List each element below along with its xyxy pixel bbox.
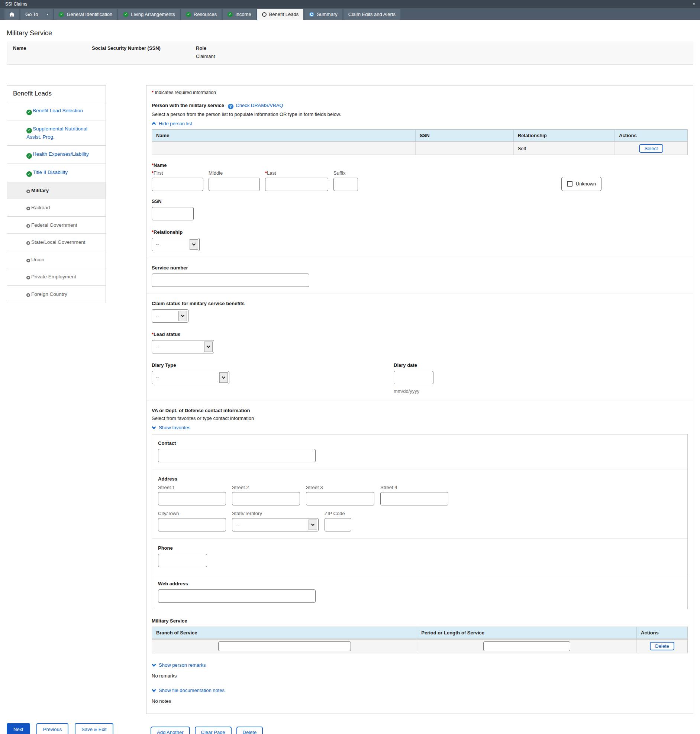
contact-label: Contact: [158, 440, 176, 446]
sidebar-item-supplemental-nutritional[interactable]: ✓Supplemental Nutritional Assist. Prog.: [7, 120, 106, 146]
middle-name-input[interactable]: [209, 178, 260, 191]
tab-resources[interactable]: ✓ Resources: [181, 9, 222, 20]
tab-summary[interactable]: Summary: [304, 9, 343, 20]
street1-input[interactable]: [158, 492, 226, 505]
col-header-actions: Actions: [637, 627, 688, 639]
sidebar-item-benefit-lead-selection[interactable]: ✓Benefit Lead Selection: [7, 102, 106, 120]
lead-status-select[interactable]: --: [151, 340, 214, 354]
window-menu-caret-icon[interactable]: ▾: [693, 2, 695, 6]
city-input[interactable]: [158, 518, 226, 531]
claim-status-label: Claim status for military service benefi…: [151, 301, 245, 306]
person-list-table: Name SSN Relationship Actions Self Selec…: [151, 129, 688, 155]
hide-person-list-toggle[interactable]: Hide person list: [151, 121, 192, 126]
sidebar-item-military[interactable]: Military: [7, 182, 106, 200]
check-drams-vbaq-link[interactable]: Check DRAMS/VBAQ: [236, 103, 283, 108]
ssn-label: SSN: [151, 198, 162, 204]
in-progress-circle-icon: [309, 12, 314, 17]
relationship-label: Relationship: [153, 229, 182, 235]
sidebar-item-federal-government[interactable]: Federal Government: [7, 217, 106, 234]
col-header-relationship: Relationship: [513, 129, 615, 142]
diary-date-input[interactable]: [394, 371, 434, 384]
open-circle-icon: [26, 207, 30, 210]
sidebar-item-health-expenses[interactable]: ✓Health Expenses/Liability: [7, 146, 106, 164]
service-number-input[interactable]: [151, 273, 309, 287]
previous-button[interactable]: Previous: [37, 723, 69, 734]
phone-input[interactable]: [158, 554, 207, 567]
help-icon[interactable]: ?: [228, 104, 234, 109]
save-exit-button[interactable]: Save & Exit: [75, 723, 113, 734]
city-label: City/Town: [158, 511, 226, 516]
benefit-leads-sidebar: Benefit Leads ✓Benefit Lead Selection ✓S…: [7, 85, 106, 303]
state-select[interactable]: --: [232, 518, 319, 531]
col-header-ssn: SSN: [415, 129, 513, 142]
street4-input[interactable]: [380, 492, 449, 505]
tab-claim-edits-and-alerts[interactable]: Claim Edits and Alerts: [344, 9, 400, 20]
sidebar-item-union[interactable]: Union: [7, 251, 106, 269]
tab-living-arrangements[interactable]: ✓ Living Arrangements: [118, 9, 180, 20]
home-button[interactable]: [4, 9, 19, 20]
zip-label: ZIP Code: [325, 511, 351, 516]
check-circle-icon: ✓: [26, 128, 32, 134]
zip-input[interactable]: [325, 518, 351, 531]
add-another-button[interactable]: Add Another: [150, 727, 190, 734]
street2-input[interactable]: [232, 492, 300, 505]
col-header-actions: Actions: [615, 129, 688, 142]
military-service-table: Branch of Service Period or Length of Se…: [151, 627, 688, 653]
sidebar-item-state-local-government[interactable]: State/Local Government: [7, 234, 106, 251]
open-circle-icon: [26, 276, 30, 279]
tab-benefit-leads[interactable]: Benefit Leads: [257, 9, 304, 20]
branch-of-service-input[interactable]: [218, 642, 351, 651]
diary-type-select[interactable]: --: [151, 371, 229, 384]
period-of-service-input[interactable]: [483, 642, 570, 651]
tab-income[interactable]: ✓ Income: [223, 9, 256, 20]
person-table-row: Self Select: [152, 142, 688, 155]
address-section-label: Address: [158, 476, 177, 482]
show-favorites-toggle[interactable]: Show favorites: [151, 425, 190, 430]
show-file-documentation-notes-toggle[interactable]: Show file documentation notes: [151, 687, 225, 693]
diary-date-label: Diary date: [394, 363, 434, 368]
show-person-remarks-toggle[interactable]: Show person remarks: [151, 662, 206, 668]
page-actions: Add Another Clear Page Delete: [150, 727, 693, 734]
chevron-down-icon: [219, 372, 228, 383]
go-to-label: Go To: [25, 12, 38, 17]
web-address-input[interactable]: [158, 589, 316, 603]
next-button[interactable]: Next: [7, 723, 30, 734]
military-service-section-label: Military Service: [151, 618, 187, 624]
claim-status-select[interactable]: --: [151, 309, 188, 323]
sidebar-item-railroad[interactable]: Railroad: [7, 199, 106, 217]
tab-general-identification[interactable]: ✓ General Identification: [54, 9, 117, 20]
sidebar-item-private-employment[interactable]: Private Employment: [7, 268, 106, 286]
street3-input[interactable]: [306, 492, 374, 505]
claimant-summary-panel: Name Social Security Number (SSN) Role C…: [7, 42, 693, 65]
contact-input[interactable]: [158, 449, 316, 462]
chevron-down-icon: [309, 520, 317, 530]
select-person-button[interactable]: Select: [639, 144, 663, 153]
claimant-ssn-label: Social Security Number (SSN): [92, 46, 196, 51]
open-circle-icon: [26, 241, 30, 245]
unknown-checkbox[interactable]: Unknown: [561, 177, 601, 191]
required-asterisk: *: [151, 90, 153, 95]
sidebar-item-foreign-country[interactable]: Foreign Country: [7, 286, 106, 303]
sidebar-item-title-ii-disability[interactable]: ✓Title II Disability: [7, 164, 106, 182]
suffix-input[interactable]: [334, 178, 358, 191]
go-to-dropdown[interactable]: Go To ▾: [21, 9, 53, 20]
unknown-label: Unknown: [576, 181, 596, 186]
divider: [147, 258, 693, 258]
sidebar-title: Benefit Leads: [7, 85, 106, 102]
relationship-select[interactable]: --: [151, 238, 200, 251]
claimant-role-label: Role: [196, 46, 215, 51]
clear-page-button[interactable]: Clear Page: [195, 727, 232, 734]
street3-label: Street 3: [306, 484, 374, 490]
delete-row-button[interactable]: Delete: [650, 642, 674, 650]
open-circle-icon: [262, 12, 266, 17]
claimant-name-label: Name: [13, 46, 92, 51]
delete-button[interactable]: Delete: [237, 727, 263, 734]
divider: [152, 538, 687, 539]
check-circle-icon: ✓: [26, 171, 32, 177]
phone-label: Phone: [158, 545, 173, 551]
ssn-input[interactable]: [151, 207, 194, 220]
va-contact-box: Contact Address Street 1 Street 2: [151, 434, 688, 609]
last-name-input[interactable]: [265, 178, 328, 191]
chevron-down-icon: ▾: [47, 13, 48, 16]
first-name-input[interactable]: [151, 178, 203, 191]
